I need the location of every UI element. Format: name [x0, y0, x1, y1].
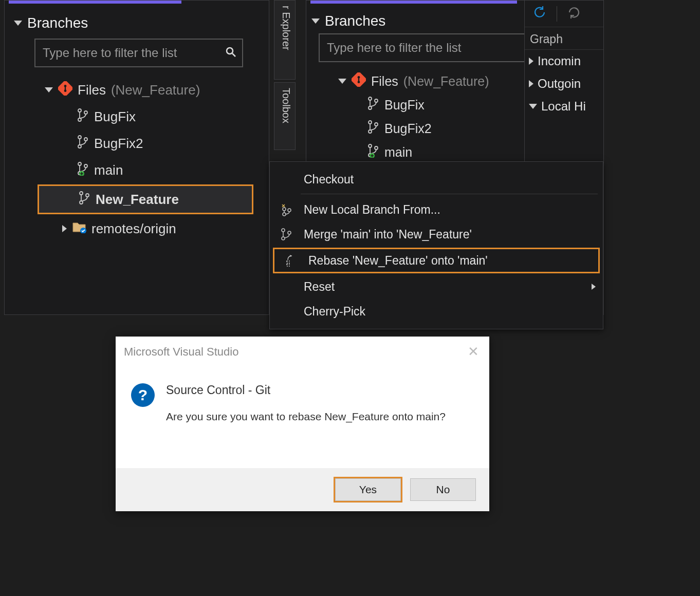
graph-toolbar — [525, 1, 603, 27]
dialog-title-text: Microsoft Visual Studio — [124, 345, 238, 359]
branch-icon — [77, 135, 89, 153]
menu-label: Cherry-Pick — [304, 305, 365, 319]
chevron-down-icon — [529, 104, 537, 109]
chevron-down-icon — [311, 18, 320, 24]
menu-cherry-pick[interactable]: Cherry-Pick — [270, 299, 603, 324]
branch-label: main — [384, 145, 412, 160]
svg-point-29 — [369, 121, 372, 124]
menu-reset[interactable]: Reset — [270, 274, 603, 299]
branch-filter-input[interactable] — [327, 41, 525, 55]
tab-label: Toolbox — [281, 88, 292, 123]
yes-button[interactable]: Yes — [335, 478, 401, 501]
svg-point-34 — [375, 146, 378, 150]
chevron-down-icon — [45, 87, 53, 92]
current-branch-suffix: (New_Feature) — [111, 82, 200, 98]
svg-point-7 — [78, 118, 81, 121]
fetch-icon[interactable] — [566, 5, 582, 23]
tab-toolbox[interactable]: Toolbox — [274, 82, 296, 150]
branch-filter-box[interactable] — [319, 33, 543, 62]
menu-label: Rebase 'New_Feature' onto 'main' — [308, 254, 488, 268]
svg-point-11 — [84, 138, 87, 141]
branch-label: BugFix — [384, 98, 425, 113]
graph-header-label: Graph — [530, 32, 563, 46]
menu-rebase[interactable]: Rebase 'New_Feature' onto 'main' — [273, 248, 600, 273]
graph-row-label: Incomin — [538, 54, 581, 68]
dialog-titlebar: Microsoft Visual Studio ✕ — [116, 337, 489, 363]
svg-point-28 — [375, 99, 378, 102]
graph-outgoing-row[interactable]: Outgoin — [525, 72, 603, 95]
svg-point-8 — [84, 111, 87, 114]
tab-solution-explorer[interactable]: r Explorer — [274, 0, 296, 80]
svg-point-17 — [80, 201, 83, 204]
branch-label: main — [94, 162, 123, 178]
folder-icon — [72, 221, 86, 237]
branch-icon — [77, 161, 89, 179]
branch-icon — [78, 191, 90, 209]
svg-point-14 — [84, 164, 87, 167]
branch-icon — [367, 96, 379, 114]
menu-merge[interactable]: Merge 'main' into 'New_Feature' — [270, 222, 603, 247]
question-icon: ? — [131, 383, 155, 407]
dialog-message: Are you sure you want to rebase New_Feat… — [166, 411, 446, 423]
branch-item-new-feature[interactable]: New_Feature — [38, 184, 253, 214]
branches-section-header[interactable]: Branches — [5, 4, 269, 35]
svg-rect-43 — [287, 264, 289, 266]
menu-label: New Local Branch From... — [304, 203, 440, 217]
graph-incoming-row[interactable]: Incomin — [525, 50, 603, 72]
chevron-right-icon — [529, 80, 533, 87]
close-icon[interactable]: ✕ — [468, 344, 479, 360]
menu-checkout[interactable]: Checkout — [270, 167, 603, 192]
svg-point-31 — [375, 123, 378, 126]
svg-point-40 — [282, 237, 285, 240]
new-branch-icon — [277, 203, 294, 216]
svg-point-37 — [283, 213, 286, 216]
menu-label: Checkout — [304, 173, 354, 187]
svg-point-36 — [283, 208, 286, 211]
repo-label: Files — [78, 82, 106, 98]
repo-label: Files — [371, 74, 398, 89]
menu-label: Merge 'main' into 'New_Feature' — [304, 228, 472, 241]
svg-point-39 — [282, 229, 285, 232]
dialog-button-row: Yes No — [116, 468, 489, 511]
svg-line-1 — [232, 53, 235, 57]
menu-new-branch[interactable]: New Local Branch From... — [270, 197, 603, 222]
section-title: Branches — [325, 13, 385, 29]
chevron-down-icon — [14, 21, 22, 26]
branch-filter-box[interactable] — [34, 39, 243, 67]
graph-column-header: Graph — [525, 27, 603, 50]
branch-item-bugfix[interactable]: BugFix — [5, 103, 269, 130]
branch-item-main[interactable]: main — [5, 157, 269, 183]
branch-label: BugFix — [94, 109, 136, 125]
graph-local-history-row[interactable]: Local Hi — [525, 95, 603, 118]
branch-label: New_Feature — [96, 192, 179, 208]
branch-filter-input[interactable] — [43, 46, 225, 60]
branch-context-menu: Checkout New Local Branch From... Merge … — [269, 161, 603, 329]
chevron-down-icon — [338, 79, 346, 84]
svg-point-41 — [288, 231, 291, 234]
chevron-right-icon — [529, 58, 533, 65]
svg-point-38 — [288, 209, 291, 212]
confirm-rebase-dialog: Microsoft Visual Studio ✕ ? Source Contr… — [116, 337, 489, 511]
rebase-icon — [282, 254, 299, 267]
branch-tree: Files (New_Feature) BugFix BugFix2 main — [5, 74, 269, 242]
svg-point-6 — [78, 109, 81, 112]
svg-point-26 — [369, 97, 372, 100]
svg-point-18 — [86, 194, 89, 197]
git-repo-icon — [58, 81, 72, 99]
repo-node[interactable]: Files (New_Feature) — [5, 77, 269, 103]
svg-point-16 — [80, 192, 83, 195]
search-icon[interactable] — [225, 46, 237, 60]
menu-separator — [301, 194, 598, 194]
refresh-icon[interactable] — [532, 5, 547, 23]
remotes-node[interactable]: remotes/origin — [5, 215, 269, 242]
chevron-right-icon — [62, 225, 67, 232]
no-button[interactable]: No — [410, 478, 476, 501]
dialog-text: Source Control - Git Are you sure you wa… — [166, 383, 446, 463]
branch-item-bugfix2[interactable]: BugFix2 — [5, 130, 269, 157]
submenu-arrow-icon — [592, 284, 596, 290]
svg-point-30 — [369, 130, 372, 133]
divider — [557, 6, 557, 22]
branch-label: BugFix2 — [94, 136, 143, 152]
branch-label: BugFix2 — [384, 121, 432, 136]
section-title: Branches — [27, 15, 88, 31]
